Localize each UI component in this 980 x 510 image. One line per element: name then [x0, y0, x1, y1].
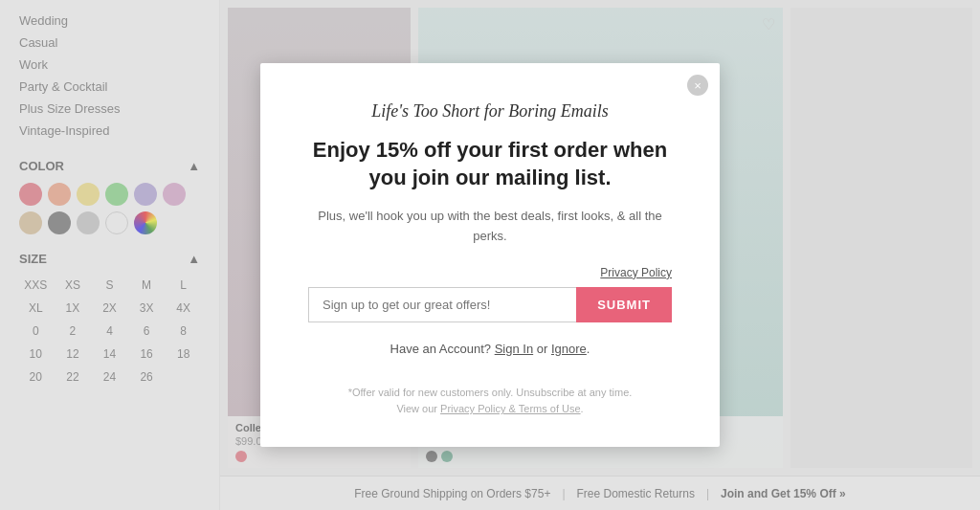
ignore-link[interactable]: Ignore	[551, 342, 587, 356]
modal-subtitle: Life's Too Short for Boring Emails	[308, 101, 672, 122]
or-text: or	[537, 342, 548, 356]
fine-print-line2: View our Privacy Policy & Terms of Use.	[308, 401, 672, 418]
modal-description: Plus, we'll hook you up with the best de…	[308, 207, 672, 247]
account-text: Have an Account?	[390, 342, 492, 356]
fine-print-line1: *Offer valid for new customers only. Uns…	[308, 385, 672, 402]
sign-in-link[interactable]: Sign In	[495, 342, 533, 356]
account-row: Have an Account? Sign In or Ignore.	[308, 342, 672, 356]
email-input[interactable]	[308, 287, 576, 322]
submit-button[interactable]: SUBMIT	[576, 287, 672, 322]
modal-close-button[interactable]: ×	[687, 75, 708, 96]
privacy-policy-row: Privacy Policy	[308, 266, 672, 279]
privacy-policy-link[interactable]: Privacy Policy	[600, 266, 672, 279]
signup-form: SUBMIT	[308, 287, 672, 322]
email-signup-modal: × Life's Too Short for Boring Emails Enj…	[260, 63, 720, 447]
terms-link[interactable]: Privacy Policy & Terms of Use	[440, 403, 581, 414]
modal-overlay: × Life's Too Short for Boring Emails Enj…	[0, 0, 980, 510]
fine-print: *Offer valid for new customers only. Uns…	[308, 385, 672, 418]
modal-title: Enjoy 15% off your first order when you …	[308, 137, 672, 191]
